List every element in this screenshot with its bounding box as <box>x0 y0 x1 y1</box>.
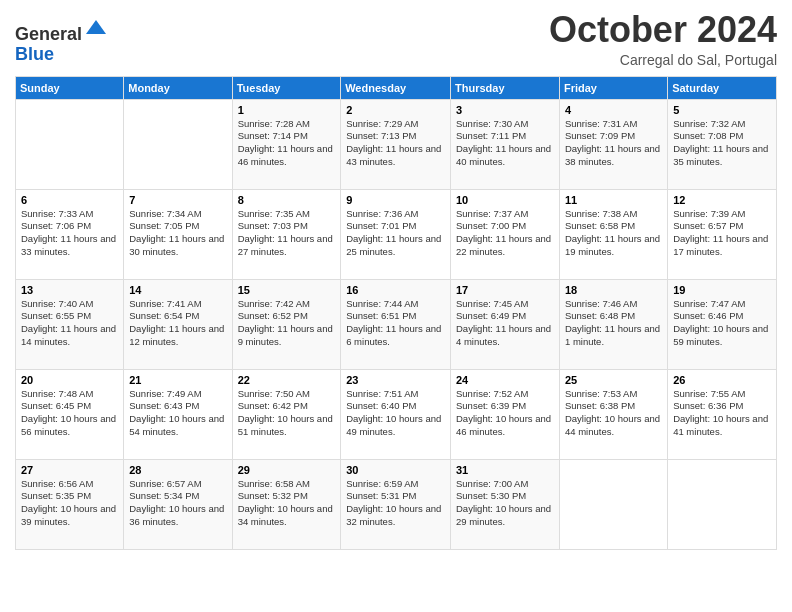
calendar-cell: 6 Sunrise: 7:33 AMSunset: 7:06 PMDayligh… <box>16 189 124 279</box>
day-number: 17 <box>456 284 554 296</box>
calendar-cell: 11 Sunrise: 7:38 AMSunset: 6:58 PMDaylig… <box>559 189 667 279</box>
calendar-table: SundayMondayTuesdayWednesdayThursdayFrid… <box>15 76 777 550</box>
logo-blue: Blue <box>15 44 54 64</box>
calendar-cell: 13 Sunrise: 7:40 AMSunset: 6:55 PMDaylig… <box>16 279 124 369</box>
day-detail: Sunrise: 7:42 AMSunset: 6:52 PMDaylight:… <box>238 298 333 347</box>
day-number: 6 <box>21 194 118 206</box>
day-number: 31 <box>456 464 554 476</box>
day-detail: Sunrise: 7:50 AMSunset: 6:42 PMDaylight:… <box>238 388 333 437</box>
day-detail: Sunrise: 6:59 AMSunset: 5:31 PMDaylight:… <box>346 478 441 527</box>
day-detail: Sunrise: 7:37 AMSunset: 7:00 PMDaylight:… <box>456 208 551 257</box>
calendar-cell <box>16 99 124 189</box>
day-number: 29 <box>238 464 336 476</box>
day-detail: Sunrise: 7:34 AMSunset: 7:05 PMDaylight:… <box>129 208 224 257</box>
day-number: 11 <box>565 194 662 206</box>
day-detail: Sunrise: 7:32 AMSunset: 7:08 PMDaylight:… <box>673 118 768 167</box>
calendar-cell: 17 Sunrise: 7:45 AMSunset: 6:49 PMDaylig… <box>451 279 560 369</box>
calendar-cell <box>124 99 232 189</box>
calendar-week-row: 27 Sunrise: 6:56 AMSunset: 5:35 PMDaylig… <box>16 459 777 549</box>
calendar-cell: 15 Sunrise: 7:42 AMSunset: 6:52 PMDaylig… <box>232 279 341 369</box>
month-title: October 2024 <box>549 10 777 50</box>
page-header: General Blue October 2024 Carregal do Sa… <box>15 10 777 68</box>
logo: General Blue <box>15 16 108 65</box>
day-number: 9 <box>346 194 445 206</box>
calendar-cell: 25 Sunrise: 7:53 AMSunset: 6:38 PMDaylig… <box>559 369 667 459</box>
day-detail: Sunrise: 7:48 AMSunset: 6:45 PMDaylight:… <box>21 388 116 437</box>
calendar-cell: 27 Sunrise: 6:56 AMSunset: 5:35 PMDaylig… <box>16 459 124 549</box>
calendar-cell: 2 Sunrise: 7:29 AMSunset: 7:13 PMDayligh… <box>341 99 451 189</box>
day-number: 27 <box>21 464 118 476</box>
calendar-cell: 30 Sunrise: 6:59 AMSunset: 5:31 PMDaylig… <box>341 459 451 549</box>
logo-icon <box>84 16 108 40</box>
weekday-header: Thursday <box>451 76 560 99</box>
day-number: 23 <box>346 374 445 386</box>
title-block: October 2024 Carregal do Sal, Portugal <box>549 10 777 68</box>
day-detail: Sunrise: 7:55 AMSunset: 6:36 PMDaylight:… <box>673 388 768 437</box>
day-number: 2 <box>346 104 445 116</box>
day-detail: Sunrise: 7:49 AMSunset: 6:43 PMDaylight:… <box>129 388 224 437</box>
day-detail: Sunrise: 7:51 AMSunset: 6:40 PMDaylight:… <box>346 388 441 437</box>
calendar-cell: 19 Sunrise: 7:47 AMSunset: 6:46 PMDaylig… <box>668 279 777 369</box>
weekday-header: Saturday <box>668 76 777 99</box>
day-detail: Sunrise: 7:45 AMSunset: 6:49 PMDaylight:… <box>456 298 551 347</box>
calendar-cell: 5 Sunrise: 7:32 AMSunset: 7:08 PMDayligh… <box>668 99 777 189</box>
svg-marker-0 <box>86 20 106 34</box>
day-number: 19 <box>673 284 771 296</box>
day-number: 13 <box>21 284 118 296</box>
day-detail: Sunrise: 7:52 AMSunset: 6:39 PMDaylight:… <box>456 388 551 437</box>
day-detail: Sunrise: 6:56 AMSunset: 5:35 PMDaylight:… <box>21 478 116 527</box>
calendar-header: SundayMondayTuesdayWednesdayThursdayFrid… <box>16 76 777 99</box>
day-number: 3 <box>456 104 554 116</box>
day-number: 28 <box>129 464 226 476</box>
calendar-cell: 22 Sunrise: 7:50 AMSunset: 6:42 PMDaylig… <box>232 369 341 459</box>
calendar-cell: 26 Sunrise: 7:55 AMSunset: 6:36 PMDaylig… <box>668 369 777 459</box>
calendar-week-row: 13 Sunrise: 7:40 AMSunset: 6:55 PMDaylig… <box>16 279 777 369</box>
calendar-cell <box>559 459 667 549</box>
day-number: 20 <box>21 374 118 386</box>
calendar-cell: 29 Sunrise: 6:58 AMSunset: 5:32 PMDaylig… <box>232 459 341 549</box>
calendar-cell: 21 Sunrise: 7:49 AMSunset: 6:43 PMDaylig… <box>124 369 232 459</box>
calendar-week-row: 1 Sunrise: 7:28 AMSunset: 7:14 PMDayligh… <box>16 99 777 189</box>
day-number: 1 <box>238 104 336 116</box>
calendar-cell: 1 Sunrise: 7:28 AMSunset: 7:14 PMDayligh… <box>232 99 341 189</box>
day-detail: Sunrise: 7:40 AMSunset: 6:55 PMDaylight:… <box>21 298 116 347</box>
location: Carregal do Sal, Portugal <box>549 52 777 68</box>
weekday-header: Friday <box>559 76 667 99</box>
calendar-week-row: 6 Sunrise: 7:33 AMSunset: 7:06 PMDayligh… <box>16 189 777 279</box>
calendar-cell: 24 Sunrise: 7:52 AMSunset: 6:39 PMDaylig… <box>451 369 560 459</box>
day-number: 24 <box>456 374 554 386</box>
calendar-cell: 16 Sunrise: 7:44 AMSunset: 6:51 PMDaylig… <box>341 279 451 369</box>
day-number: 12 <box>673 194 771 206</box>
day-number: 22 <box>238 374 336 386</box>
day-number: 5 <box>673 104 771 116</box>
day-detail: Sunrise: 7:29 AMSunset: 7:13 PMDaylight:… <box>346 118 441 167</box>
day-detail: Sunrise: 7:36 AMSunset: 7:01 PMDaylight:… <box>346 208 441 257</box>
day-detail: Sunrise: 7:41 AMSunset: 6:54 PMDaylight:… <box>129 298 224 347</box>
day-detail: Sunrise: 7:53 AMSunset: 6:38 PMDaylight:… <box>565 388 660 437</box>
logo-general: General <box>15 24 82 44</box>
calendar-cell: 12 Sunrise: 7:39 AMSunset: 6:57 PMDaylig… <box>668 189 777 279</box>
calendar-cell: 31 Sunrise: 7:00 AMSunset: 5:30 PMDaylig… <box>451 459 560 549</box>
day-detail: Sunrise: 7:31 AMSunset: 7:09 PMDaylight:… <box>565 118 660 167</box>
day-detail: Sunrise: 6:58 AMSunset: 5:32 PMDaylight:… <box>238 478 333 527</box>
day-number: 15 <box>238 284 336 296</box>
day-number: 30 <box>346 464 445 476</box>
day-number: 16 <box>346 284 445 296</box>
calendar-cell: 28 Sunrise: 6:57 AMSunset: 5:34 PMDaylig… <box>124 459 232 549</box>
weekday-header: Monday <box>124 76 232 99</box>
day-number: 14 <box>129 284 226 296</box>
calendar-cell: 23 Sunrise: 7:51 AMSunset: 6:40 PMDaylig… <box>341 369 451 459</box>
day-number: 10 <box>456 194 554 206</box>
calendar-cell: 9 Sunrise: 7:36 AMSunset: 7:01 PMDayligh… <box>341 189 451 279</box>
day-detail: Sunrise: 7:28 AMSunset: 7:14 PMDaylight:… <box>238 118 333 167</box>
calendar-cell: 18 Sunrise: 7:46 AMSunset: 6:48 PMDaylig… <box>559 279 667 369</box>
day-detail: Sunrise: 7:35 AMSunset: 7:03 PMDaylight:… <box>238 208 333 257</box>
day-number: 8 <box>238 194 336 206</box>
weekday-header: Wednesday <box>341 76 451 99</box>
day-number: 21 <box>129 374 226 386</box>
day-detail: Sunrise: 6:57 AMSunset: 5:34 PMDaylight:… <box>129 478 224 527</box>
calendar-cell: 8 Sunrise: 7:35 AMSunset: 7:03 PMDayligh… <box>232 189 341 279</box>
day-number: 25 <box>565 374 662 386</box>
day-detail: Sunrise: 7:39 AMSunset: 6:57 PMDaylight:… <box>673 208 768 257</box>
day-number: 26 <box>673 374 771 386</box>
